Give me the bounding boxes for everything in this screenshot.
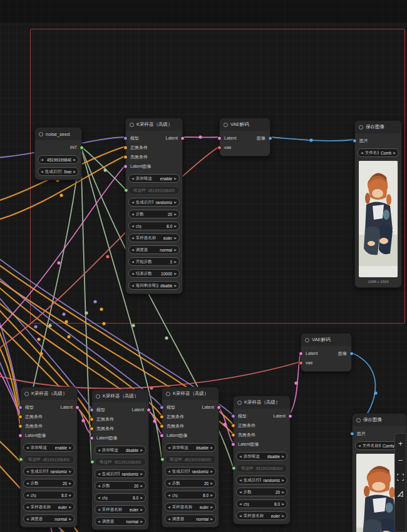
widget-采样器名称[interactable]: ◀采样器名称euler▶ xyxy=(23,503,75,511)
noise-seed-input-port[interactable] xyxy=(124,188,128,193)
increment-arrow-icon[interactable]: ▶ xyxy=(174,272,177,275)
increment-arrow-icon[interactable]: ▶ xyxy=(140,508,143,511)
正面条件-input-port[interactable] xyxy=(123,145,128,150)
widget-结束步数[interactable]: ◀结束步数10000▶ xyxy=(128,269,180,278)
node-title-bar[interactable]: K采样器（高级） xyxy=(92,390,148,402)
图片-input-port[interactable] xyxy=(353,138,357,143)
increment-arrow-icon[interactable]: ▶ xyxy=(69,518,71,521)
decrement-arrow-icon[interactable]: ◀ xyxy=(131,237,134,240)
noise-seed-input-port[interactable] xyxy=(19,458,23,462)
模型-input-port[interactable] xyxy=(160,405,164,409)
increment-arrow-icon[interactable]: ▶ xyxy=(174,284,177,287)
group-outline[interactable] xyxy=(30,29,405,324)
decrement-arrow-icon[interactable]: ◀ xyxy=(239,491,242,494)
increment-arrow-icon[interactable]: ▶ xyxy=(210,482,213,485)
collapse-dot-icon[interactable] xyxy=(39,132,43,136)
decrement-arrow-icon[interactable]: ◀ xyxy=(26,482,29,485)
decrement-arrow-icon[interactable]: ◀ xyxy=(168,482,170,485)
collapse-dot-icon[interactable] xyxy=(305,338,309,342)
Latent-input-port[interactable] xyxy=(217,136,222,140)
widget-生成后控制[interactable]: ◀生成后控制randomize▶ xyxy=(23,467,75,476)
increment-arrow-icon[interactable]: ▶ xyxy=(174,177,177,180)
collapse-dot-icon[interactable] xyxy=(24,392,29,396)
widget-步数[interactable]: ◀步数20▶ xyxy=(165,479,216,488)
decrement-arrow-icon[interactable]: ◀ xyxy=(239,514,242,518)
decrement-arrow-icon[interactable]: ◀ xyxy=(41,170,43,173)
node-ksampler-advanced-b2[interactable]: K采样器（高级）模型Latent正面条件负面条件Latent图像◀添加噪波dis… xyxy=(91,389,149,530)
负面条件-input-port[interactable] xyxy=(90,426,94,431)
模型-input-port[interactable] xyxy=(123,136,128,140)
decrement-arrow-icon[interactable]: ◀ xyxy=(98,449,100,452)
decrement-arrow-icon[interactable]: ◀ xyxy=(26,470,29,473)
Latent-output-port[interactable] xyxy=(147,407,151,412)
正面条件-input-port[interactable] xyxy=(231,423,235,427)
increment-arrow-icon[interactable]: ▶ xyxy=(210,518,213,521)
node-noise-seed[interactable]: noise_seedINT◀451991998409466▶◀生成后控制fixe… xyxy=(34,127,82,180)
decrement-arrow-icon[interactable]: ◀ xyxy=(26,518,29,521)
decrement-arrow-icon[interactable]: ◀ xyxy=(131,284,134,287)
widget-value[interactable]: ◀451991998409466▶ xyxy=(38,155,79,164)
decrement-arrow-icon[interactable]: ◀ xyxy=(168,518,170,521)
decrement-arrow-icon[interactable]: ◀ xyxy=(98,520,100,523)
widget-采样器名称[interactable]: ◀采样器名称euler▶ xyxy=(236,511,287,520)
widget-生成后控制[interactable]: ◀生成后控制randomize▶ xyxy=(128,198,180,207)
node-title-bar[interactable]: noise_seed xyxy=(35,128,81,140)
vae-input-port[interactable] xyxy=(299,361,303,365)
widget-cfg[interactable]: ◀cfg8.0▶ xyxy=(236,499,287,508)
模型-input-port[interactable] xyxy=(18,405,23,409)
decrement-arrow-icon[interactable]: ◀ xyxy=(168,494,170,497)
increment-arrow-icon[interactable]: ▶ xyxy=(210,494,213,497)
increment-arrow-icon[interactable]: ▶ xyxy=(174,201,177,204)
decrement-arrow-icon[interactable]: ◀ xyxy=(98,496,100,499)
node-ksampler-advanced-b4[interactable]: K采样器（高级）模型Latent正面条件负面条件Latent图像◀添加噪波dis… xyxy=(233,396,291,524)
increment-arrow-icon[interactable]: ▶ xyxy=(69,446,71,449)
noise-seed-input-port[interactable] xyxy=(232,466,236,471)
负面条件-input-port[interactable] xyxy=(160,424,164,428)
图片-input-port[interactable] xyxy=(350,431,354,436)
node-title-bar[interactable]: 保存图像 xyxy=(355,121,401,133)
increment-arrow-icon[interactable]: ▶ xyxy=(174,213,177,216)
node-title-bar[interactable]: K采样器（高级） xyxy=(162,387,219,400)
noise-seed-input-port[interactable] xyxy=(90,460,95,464)
Latent图像-input-port[interactable] xyxy=(18,433,23,437)
node-vae-decode-bottom[interactable]: VAE解码Latent图像vae xyxy=(301,333,352,372)
decrement-arrow-icon[interactable]: ◀ xyxy=(361,151,363,155)
decrement-arrow-icon[interactable]: ◀ xyxy=(26,446,29,449)
zoom-in-button[interactable]: + xyxy=(396,439,405,448)
increment-arrow-icon[interactable]: ▶ xyxy=(69,494,71,497)
widget-采样器名称[interactable]: ◀采样器名称euler▶ xyxy=(165,503,216,511)
widget-添加噪波[interactable]: ◀添加噪波disable▶ xyxy=(236,452,287,461)
increment-arrow-icon[interactable]: ▶ xyxy=(140,449,143,452)
widget-添加噪波[interactable]: ◀添加噪波disable▶ xyxy=(165,443,216,452)
decrement-arrow-icon[interactable]: ◀ xyxy=(239,479,242,482)
Latent图像-input-port[interactable] xyxy=(160,433,164,437)
increment-arrow-icon[interactable]: ▶ xyxy=(210,470,213,473)
decrement-arrow-icon[interactable]: ◀ xyxy=(41,158,43,161)
decrement-arrow-icon[interactable]: ◀ xyxy=(358,444,361,448)
widget-cfg[interactable]: ◀cfg8.0▶ xyxy=(95,493,146,502)
increment-arrow-icon[interactable]: ▶ xyxy=(69,470,71,473)
widget-调度器[interactable]: ◀调度器normal▶ xyxy=(95,517,146,526)
decrement-arrow-icon[interactable]: ◀ xyxy=(26,494,29,497)
increment-arrow-icon[interactable]: ▶ xyxy=(69,482,71,485)
负面条件-input-port[interactable] xyxy=(231,432,235,437)
decrement-arrow-icon[interactable]: ◀ xyxy=(98,484,100,488)
decrement-arrow-icon[interactable]: ◀ xyxy=(26,506,29,509)
正面条件-input-port[interactable] xyxy=(160,414,164,419)
collapse-dot-icon[interactable] xyxy=(237,401,242,405)
increment-arrow-icon[interactable]: ▶ xyxy=(140,473,143,476)
Latent-output-port[interactable] xyxy=(288,414,292,418)
widget-cfg[interactable]: ◀cfg8.0▶ xyxy=(128,222,180,230)
模型-input-port[interactable] xyxy=(231,414,235,418)
increment-arrow-icon[interactable]: ▶ xyxy=(282,514,284,518)
widget-生成后控制[interactable]: ◀生成后控制randomize▶ xyxy=(165,467,216,476)
decrement-arrow-icon[interactable]: ◀ xyxy=(168,506,170,509)
decrement-arrow-icon[interactable]: ◀ xyxy=(98,508,100,511)
widget-生成后控制[interactable]: ◀生成后控制randomize▶ xyxy=(95,469,146,478)
widget-步数[interactable]: ◀步数20▶ xyxy=(128,210,180,218)
图像-output-port[interactable] xyxy=(268,136,272,140)
noise-seed-input-port[interactable] xyxy=(160,458,165,462)
widget-cfg[interactable]: ◀cfg8.0▶ xyxy=(165,491,216,499)
increment-arrow-icon[interactable]: ▶ xyxy=(282,479,284,482)
负面条件-input-port[interactable] xyxy=(123,155,128,159)
